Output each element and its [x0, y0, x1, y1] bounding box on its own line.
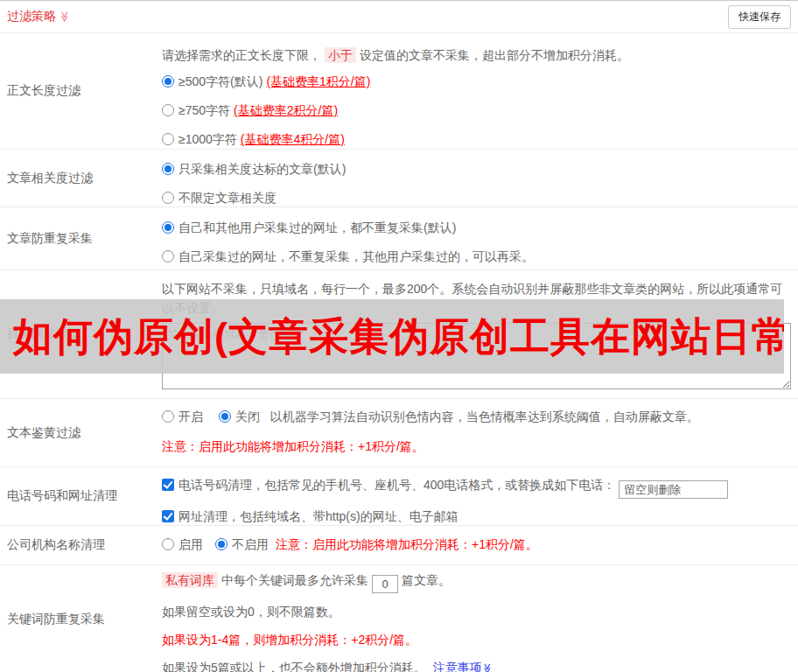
- section-label: 关键词防重复采集: [0, 565, 162, 672]
- notice-link-label[interactable]: 注意事项: [433, 661, 482, 672]
- radio-option-company-on[interactable]: 启用: [162, 537, 203, 553]
- section-company-clean: 公司机构名称清理 启用 不启用 注意：启用此功能将增加积分消耗：+1积分/篇。: [0, 526, 798, 565]
- keyword-note-five-text: 如果设为5篇或以上，也不会额外增加积分消耗。: [162, 661, 426, 672]
- private-lexicon-highlight: 私有词库: [162, 572, 218, 588]
- radio-icon[interactable]: [162, 250, 174, 262]
- checkbox-label[interactable]: 网址清理，包括纯域名、带http(s)的网址、电子邮箱: [178, 509, 458, 523]
- section-content: 私有词库中每个关键词最多允许采集篇文章。 如果留空或设为0，则不限篇数。 如果设…: [162, 565, 798, 672]
- radio-checked-icon[interactable]: [162, 163, 174, 175]
- replacement-phone-input[interactable]: [619, 480, 728, 499]
- section-content: 电话号码清理，包括常见的手机号、座机号、400电话格式，或替换成如下电话： 网址…: [162, 467, 798, 525]
- radio-checked-icon[interactable]: [219, 410, 231, 423]
- section-content: 请选择需求的正文长度下限，小于设定值的文章不采集，超出部分不增加积分消耗。 ≥5…: [162, 33, 798, 149]
- section-content: 自己和其他用户采集过的网址，都不重复采集(默认) 自己采集过的网址，不重复采集，…: [162, 207, 798, 270]
- page-title: 过滤策略: [7, 9, 56, 24]
- section-porn-filter: 文本鉴黄过滤 开启 关闭 以机器学习算法自动识别色情内容，当色情概率达到系统阈值…: [0, 399, 798, 467]
- keyword-note-five: 如果设为5篇或以上，也不会额外增加积分消耗。注意事项≫: [162, 658, 791, 672]
- phone-clean-item[interactable]: 电话号码清理，包括常见的手机号、座机号、400电话格式，或替换成如下电话：: [162, 474, 791, 499]
- radio-icon[interactable]: [162, 133, 174, 145]
- section-content: 启用 不启用 注意：启用此功能将增加积分消耗：+1积分/篇。: [162, 526, 798, 564]
- radio-option-1000[interactable]: ≥1000字符(基础费率4积分/篇): [162, 130, 791, 149]
- section-label: 公司机构名称清理: [0, 526, 162, 564]
- chevron-down-icon: ≫: [482, 663, 493, 672]
- radio-option-500[interactable]: ≥500字符(默认)(基础费率1积分/篇): [162, 73, 791, 91]
- radio-option-company-off[interactable]: 不启用: [215, 537, 269, 553]
- section-phone-url-clean: 电话号码和网址清理 电话号码清理，包括常见的手机号、座机号、400电话格式，或替…: [0, 467, 798, 526]
- radio-option-porn-on[interactable]: 开启: [162, 410, 203, 424]
- keyword-limit-text: 中每个关键词最多允许采集: [221, 573, 368, 587]
- keyword-note-fee: 如果设为1-4篇，则增加积分消耗：+2积分/篇。: [162, 630, 791, 649]
- watermark-overlay: 如何伪原创(文章采集伪原创工具在网站日常文: [0, 299, 784, 374]
- keyword-limit-input[interactable]: [372, 575, 398, 593]
- section-label: 电话号码和网址清理: [0, 467, 162, 525]
- radio-icon[interactable]: [162, 538, 174, 550]
- checkbox-checked-icon[interactable]: [162, 510, 174, 522]
- keyword-limit-suffix: 篇文章。: [402, 573, 451, 587]
- option-fee: (基础费率1积分/篇): [266, 74, 370, 88]
- url-clean-item[interactable]: 网址清理，包括纯域名、带http(s)的网址、电子邮箱: [162, 506, 791, 527]
- intro-suffix: 设定值的文章不采集，超出部分不增加积分消耗。: [360, 48, 629, 62]
- radio-option-relevance-any[interactable]: 不限定文章相关度: [162, 189, 791, 207]
- chevron-down-icon: ≫: [60, 11, 70, 23]
- content-length-intro: 请选择需求的正文长度下限，小于设定值的文章不采集，超出部分不增加积分消耗。: [162, 46, 791, 65]
- porn-filter-options: 开启 关闭 以机器学习算法自动识别色情内容，当色情概率达到系统阈值，自动屏蔽文章…: [162, 408, 791, 426]
- radio-option-dedup-own[interactable]: 自己采集过的网址，不重复采集，其他用户采集过的，可以再采。: [162, 248, 791, 266]
- option-label[interactable]: ≥500字符(默认): [178, 74, 262, 88]
- section-label: 文本鉴黄过滤: [0, 399, 162, 466]
- option-fee: (基础费率4积分/篇): [241, 132, 345, 146]
- option-label[interactable]: 自己和其他用户采集过的网址，都不重复采集(默认): [178, 220, 456, 234]
- radio-icon[interactable]: [162, 104, 174, 116]
- option-label[interactable]: 关闭: [235, 410, 260, 424]
- checkbox-label[interactable]: 电话号码清理，包括常见的手机号、座机号、400电话格式，或替换成如下电话：: [178, 478, 615, 492]
- section-keyword-dedup: 关键词防重复采集 私有词库中每个关键词最多允许采集篇文章。 如果留空或设为0，则…: [0, 565, 798, 672]
- section-content: 开启 关闭 以机器学习算法自动识别色情内容，当色情概率达到系统阈值，自动屏蔽文章…: [162, 399, 798, 466]
- section-content-length: 正文长度过滤 请选择需求的正文长度下限，小于设定值的文章不采集，超出部分不增加积…: [0, 33, 798, 150]
- option-label[interactable]: 开启: [178, 410, 203, 424]
- porn-filter-note: 注意：启用此功能将增加积分消耗：+1积分/篇。: [162, 438, 791, 456]
- option-label[interactable]: 不限定文章相关度: [178, 191, 276, 205]
- radio-icon[interactable]: [162, 192, 174, 204]
- radio-option-porn-off[interactable]: 关闭: [219, 410, 260, 424]
- option-label[interactable]: ≥1000字符: [178, 132, 237, 146]
- page-header: 过滤策略 ≫ 快速保存: [0, 1, 798, 33]
- watermark-text: 如何伪原创(文章采集伪原创工具在网站日常文: [0, 311, 784, 363]
- option-fee: (基础费率2积分/篇): [234, 103, 338, 117]
- radio-checked-icon[interactable]: [162, 221, 174, 234]
- option-label[interactable]: ≥750字符: [178, 103, 230, 117]
- keyword-note-zero: 如果留空或设为0，则不限篇数。: [162, 602, 791, 621]
- notice-link[interactable]: 注意事项≫: [433, 661, 494, 672]
- radio-option-relevance-strict[interactable]: 只采集相关度达标的文章(默认): [162, 160, 791, 178]
- radio-option-750[interactable]: ≥750字符(基础费率2积分/篇): [162, 102, 791, 120]
- filter-strategy-page: 过滤策略 ≫ 快速保存 正文长度过滤 请选择需求的正文长度下限，小于设定值的文章…: [0, 0, 798, 672]
- section-content: 只采集相关度达标的文章(默认) 不限定文章相关度: [162, 150, 798, 206]
- checkbox-checked-icon[interactable]: [162, 479, 174, 491]
- section-label: 文章相关度过滤: [0, 150, 162, 206]
- radio-checked-icon[interactable]: [215, 538, 228, 550]
- quick-save-button[interactable]: 快速保存: [728, 5, 791, 29]
- section-relevance: 文章相关度过滤 只采集相关度达标的文章(默认) 不限定文章相关度: [0, 150, 798, 207]
- section-dedup: 文章防重复采集 自己和其他用户采集过的网址，都不重复采集(默认) 自己采集过的网…: [0, 207, 798, 270]
- filter-strategy-toggle[interactable]: 过滤策略 ≫: [7, 9, 71, 24]
- radio-option-dedup-all[interactable]: 自己和其他用户采集过的网址，都不重复采集(默认): [162, 219, 791, 237]
- radio-checked-icon[interactable]: [162, 75, 174, 88]
- option-label[interactable]: 启用: [178, 537, 203, 551]
- radio-icon[interactable]: [162, 410, 174, 423]
- option-label[interactable]: 自己采集过的网址，不重复采集，其他用户采集过的，可以再采。: [178, 249, 534, 263]
- porn-filter-desc: 以机器学习算法自动识别色情内容，当色情概率达到系统阈值，自动屏蔽文章。: [270, 410, 699, 424]
- keyword-limit-line: 私有词库中每个关键词最多允许采集篇文章。: [162, 570, 791, 593]
- section-label: 正文长度过滤: [0, 33, 162, 149]
- option-label[interactable]: 不启用: [232, 537, 269, 551]
- section-label: 文章防重复采集: [0, 207, 162, 270]
- option-label[interactable]: 只采集相关度达标的文章(默认): [178, 162, 346, 176]
- intro-highlight: 小于: [325, 47, 356, 63]
- intro-prefix: 请选择需求的正文长度下限，: [162, 48, 321, 62]
- company-clean-note: 注意：启用此功能将增加积分消耗：+1积分/篇。: [276, 537, 538, 553]
